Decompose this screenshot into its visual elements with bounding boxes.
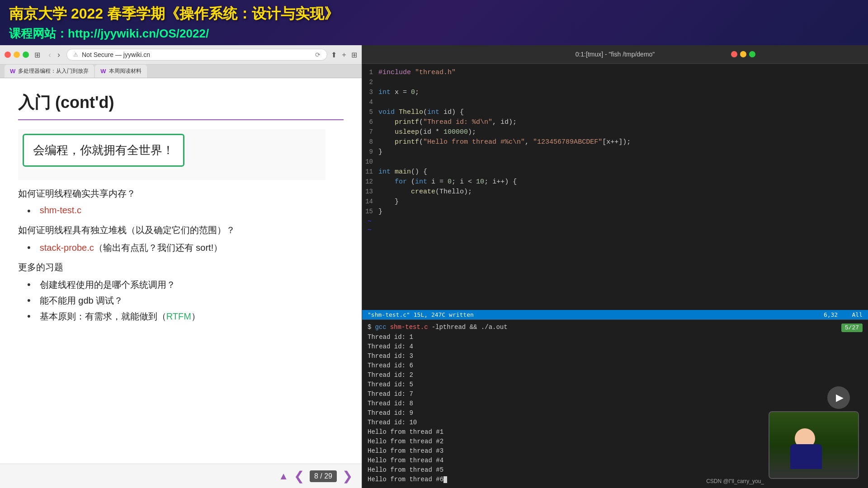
security-icon: ⚠ bbox=[73, 52, 78, 58]
bullet-1-item-1: shm-test.c bbox=[27, 205, 344, 217]
output-8: Thread id: 8 bbox=[368, 399, 863, 408]
output-7: Thread id: 7 bbox=[368, 389, 863, 399]
code-line-13: 13 create(Thello); bbox=[362, 188, 868, 197]
traffic-lights bbox=[5, 52, 29, 58]
browser-panel: ⊞ ‹ › ⚠ Not Secure — jyywiki.cn ⟳ ⬆ ＋ ⊞ bbox=[0, 45, 362, 488]
grid-view-button[interactable]: ⊞ bbox=[351, 51, 357, 59]
back-button[interactable]: ‹ bbox=[46, 49, 54, 61]
stack-probe-link[interactable]: stack-probe.c bbox=[40, 243, 94, 253]
nav-left-button[interactable]: ❮ bbox=[294, 469, 304, 483]
code-line-4: 4 bbox=[362, 98, 868, 108]
bullet-list-3: 创建线程使用的是哪个系统调用？ 能不能用 gdb 调试？ 基本原则：有需求，就能… bbox=[27, 279, 344, 323]
exercise-2: 能不能用 gdb 调试？ bbox=[27, 295, 344, 307]
code-line-14: 14 } bbox=[362, 197, 868, 207]
csdn-watermark: CSDN @l"ll_carry_you_ bbox=[706, 478, 764, 484]
play-overlay-button[interactable]: ▶ bbox=[827, 386, 850, 409]
slide-nav: ▲ ❮ 8 / 29 ❯ bbox=[0, 464, 362, 488]
cmd-flags: -lpthread && ./a.out bbox=[432, 324, 508, 331]
code-area[interactable]: 1 #include "thread.h" 2 3 int x = 0; 4 bbox=[362, 64, 868, 310]
output-3: Thread id: 3 bbox=[368, 352, 863, 361]
tab-reading[interactable]: W 本周阅读材料 bbox=[95, 65, 146, 78]
rtfm-link[interactable]: RTFM bbox=[166, 311, 191, 321]
highlight-box: 会编程，你就拥有全世界！ bbox=[23, 134, 184, 167]
output-5: Thread id: 2 bbox=[368, 371, 863, 380]
tab-icon-1: W bbox=[10, 68, 15, 75]
address-bar[interactable]: ⚠ Not Secure — jyywiki.cn ⟳ bbox=[66, 49, 327, 61]
section-1-text: 如何证明线程确实共享内存？ bbox=[18, 188, 344, 200]
status-filename: "shm-test.c" 15L, 247C written bbox=[368, 311, 474, 318]
bullet-list-1: shm-test.c bbox=[27, 205, 344, 217]
tab-bar: W 多处理器编程：从入门到放弃 W 本周阅读材料 bbox=[0, 65, 362, 78]
code-line-12: 12 for (int i = 0; i < 10; i++) { bbox=[362, 178, 868, 188]
prompt-symbol: $ bbox=[368, 324, 371, 331]
section-2-text: 如何证明线程具有独立堆栈（以及确定它们的范围）？ bbox=[18, 224, 344, 236]
terminal-traffic-lights bbox=[731, 51, 755, 57]
term-maximize-button[interactable] bbox=[749, 51, 755, 57]
sync-icon: ⟳ bbox=[315, 51, 321, 58]
output-1: Thread id: 1 bbox=[368, 333, 863, 342]
output-2: Thread id: 4 bbox=[368, 342, 863, 352]
tilde-1: ~ bbox=[362, 217, 868, 226]
section-3-text: 更多的习题 bbox=[18, 261, 344, 273]
slide-title: 入门 (cont'd) bbox=[18, 92, 344, 120]
tilde-2: ~ bbox=[362, 226, 868, 235]
tab-icon-2: W bbox=[100, 68, 106, 75]
code-line-1: 1 #include "thread.h" bbox=[362, 68, 868, 78]
maximize-button[interactable] bbox=[23, 52, 29, 58]
page-indicator: 8 / 29 bbox=[310, 470, 337, 482]
output-6: Thread id: 5 bbox=[368, 380, 863, 389]
nav-right-button[interactable]: ❯ bbox=[342, 469, 353, 483]
code-line-11: 11 int main() { bbox=[362, 168, 868, 178]
code-status-bar: "shm-test.c" 15L, 247C written 6,32 All bbox=[362, 310, 868, 319]
browser-chrome: ⊞ ‹ › ⚠ Not Secure — jyywiki.cn ⟳ ⬆ ＋ ⊞ bbox=[0, 45, 362, 65]
sidebar-toggle-button[interactable]: ⊞ bbox=[33, 50, 42, 60]
banner-title: 南京大学 2022 春季学期《操作系统：设计与实现》 bbox=[9, 4, 859, 24]
exercise-3: 基本原则：有需求，就能做到（RTFM） bbox=[27, 310, 344, 323]
code-line-9: 9 } bbox=[362, 148, 868, 158]
banner-subtitle: 课程网站：http://jyywiki.cn/OS/2022/ bbox=[9, 26, 859, 42]
new-tab-button[interactable]: ＋ bbox=[340, 50, 348, 60]
code-line-10: 10 bbox=[362, 158, 868, 168]
highlight-text: 会编程，你就拥有全世界！ bbox=[33, 143, 174, 157]
cmd-file: shm-test.c bbox=[390, 324, 428, 331]
code-line-6: 6 printf("Thread id: %d\n", id); bbox=[362, 118, 868, 128]
term-close-button[interactable] bbox=[731, 51, 737, 57]
terminal-prompt: $ gcc shm-test.c -lpthread && ./a.out bbox=[368, 324, 863, 331]
code-line-3: 3 int x = 0; bbox=[362, 88, 868, 98]
terminal-counter: 5/27 bbox=[841, 324, 863, 332]
cmd-gcc: gcc bbox=[375, 324, 386, 331]
code-line-15: 15 } bbox=[362, 207, 868, 217]
code-line-2: 2 bbox=[362, 78, 868, 88]
person-body bbox=[790, 444, 822, 469]
address-text: Not Secure — jyywiki.cn bbox=[82, 51, 311, 58]
webcam-overlay bbox=[769, 411, 859, 479]
term-minimize-button[interactable] bbox=[740, 51, 746, 57]
terminal-titlebar: 0:1:[tmux] - "fish /tmp/demo" bbox=[362, 45, 868, 64]
close-button[interactable] bbox=[5, 52, 11, 58]
exercise-1: 创建线程使用的是哪个系统调用？ bbox=[27, 279, 344, 291]
bullet-2-item-1: stack-probe.c（输出有点乱？我们还有 sort!） bbox=[27, 242, 344, 254]
terminal-title: 0:1:[tmux] - "fish /tmp/demo" bbox=[576, 51, 655, 58]
code-line-8: 8 printf("Hello from thread #%c\n", "123… bbox=[362, 138, 868, 148]
tab-label-2: 本周阅读材料 bbox=[109, 67, 142, 75]
output-4: Thread id: 6 bbox=[368, 361, 863, 371]
share-button[interactable]: ⬆ bbox=[331, 51, 337, 59]
bullet-list-2: stack-probe.c（输出有点乱？我们还有 sort!） bbox=[27, 242, 344, 254]
nav-up-button[interactable]: ▲ bbox=[278, 470, 288, 482]
minimize-button[interactable] bbox=[14, 52, 20, 58]
play-icon: ▶ bbox=[836, 392, 844, 404]
shm-test-link[interactable]: shm-test.c bbox=[40, 205, 81, 216]
code-line-5: 5 void Thello(int id) { bbox=[362, 108, 868, 118]
tab-multiprocessor[interactable]: W 多处理器编程：从入门到放弃 bbox=[5, 65, 94, 78]
status-position: 6,32 All bbox=[824, 311, 863, 318]
forward-button[interactable]: › bbox=[55, 49, 63, 61]
code-line-7: 7 usleep(id * 100000); bbox=[362, 128, 868, 138]
top-banner: 南京大学 2022 春季学期《操作系统：设计与实现》 课程网站：http://j… bbox=[0, 0, 868, 45]
tab-label-1: 多处理器编程：从入门到放弃 bbox=[18, 67, 89, 75]
slide-content: 入门 (cont'd) 会编程，你就拥有全世界！ 如何证明线程确实共享内存？ s… bbox=[0, 78, 362, 464]
